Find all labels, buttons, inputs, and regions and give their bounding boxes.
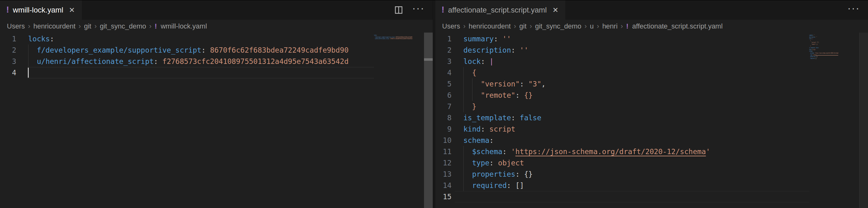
breadcrumb-separator: › [514,22,516,30]
code-line[interactable]: 3lock: | [435,56,809,67]
tab-affectionate-script[interactable]: ! affectionate_script.script.yaml ✕ [435,0,566,20]
editor-group-right: ! affectionate_script.script.yaml ✕ ··· … [435,0,868,208]
text-cursor [28,68,29,78]
yaml-file-icon: ! [626,22,628,30]
breadcrumb-separator: › [621,22,623,30]
breadcrumb-file[interactable]: wmill-lock.yaml [161,22,207,30]
vscode-editor-window: ! wmill-lock.yaml ✕ ··· Users›henricourd… [0,0,868,208]
minimap-left[interactable]: locks: f/developers_example/supportive_s… [374,34,424,208]
editor-group-sash[interactable] [433,0,435,208]
tab-label: wmill-lock.yaml [13,6,63,15]
breadcrumb-item[interactable]: git_sync_demo [100,22,146,30]
breadcrumb-item[interactable]: henricourdent [33,22,76,30]
tab-actions-left: ··· [395,0,433,20]
breadcrumb-separator: › [463,22,465,30]
breadcrumb-file[interactable]: affectionate_script.script.yaml [632,22,723,30]
close-tab-icon[interactable]: ✕ [553,6,558,14]
breadcrumb-item[interactable]: Users [7,22,25,30]
editor-left[interactable]: 1locks:2 f/developers_example/supportive… [0,32,433,208]
line-number: 12 [435,157,452,168]
tab-bar-right: ! affectionate_script.script.yaml ✕ ··· [435,0,868,20]
code-line[interactable]: 10schema: [435,135,809,146]
code-line[interactable]: 15 [435,191,809,202]
line-number: 7 [435,101,452,112]
yaml-file-icon: ! [155,22,157,30]
code-line[interactable]: 4 { [435,67,809,78]
code-line[interactable]: 6 "remote": {} [435,89,809,101]
breadcrumb-right[interactable]: Users›henricourdent›git›git_sync_demo›u›… [435,20,868,32]
code-line[interactable]: 2 f/developers_example/supportive_script… [0,45,374,56]
code-line[interactable]: 14 required: [] [435,180,809,191]
line-number: 4 [435,67,452,78]
line-number: 4 [0,67,16,78]
code-line[interactable]: 13 properties: {} [435,168,809,180]
code-line[interactable]: 4 [0,67,374,78]
code-area-left[interactable]: 1locks:2 f/developers_example/supportive… [0,33,374,78]
code-line[interactable]: 9kind: script [435,124,809,135]
breadcrumb-item[interactable]: git [84,22,91,30]
code-line[interactable]: 11 $schema: 'https://json-schema.org/dra… [435,146,809,157]
line-number: 2 [435,45,452,56]
code-line[interactable]: 8is_template: false [435,112,809,124]
yaml-file-icon: ! [441,6,444,14]
line-number: 8 [435,112,452,124]
scrollbar-slider[interactable] [859,32,868,208]
line-number: 2 [0,45,16,56]
line-number: 10 [435,135,452,146]
breadcrumb-separator: › [94,22,97,30]
vertical-scrollbar-left[interactable] [424,32,433,208]
split-editor-icon[interactable] [395,6,403,14]
breadcrumb-item[interactable]: Users [442,22,460,30]
breadcrumb-item[interactable]: git [519,22,527,30]
code-line[interactable]: 3 u/henri/affectionate_script: f2768573c… [0,56,374,67]
line-number: 6 [435,89,452,101]
minimap-right[interactable]: summary: '' description: '' lock: | { "v… [809,34,859,208]
code-line[interactable]: 7 } [435,101,809,112]
code-line[interactable]: 12 type: object [435,157,809,168]
breadcrumb-separator: › [149,22,151,30]
breadcrumb-item[interactable]: u [590,22,594,30]
code-line[interactable]: 1summary: '' [435,33,809,45]
line-number: 13 [435,168,452,180]
line-number: 3 [435,56,452,67]
scrollbar-cursor-decoration [424,58,433,61]
tab-wmill-lock[interactable]: ! wmill-lock.yaml ✕ [0,0,82,20]
line-number: 9 [435,124,452,135]
line-number: 15 [435,191,452,202]
breadcrumb-item[interactable]: git_sync_demo [535,22,581,30]
code-area-right[interactable]: 1summary: ''2description: ''3lock: |4 {5… [435,33,809,202]
editor-right[interactable]: 1summary: ''2description: ''3lock: |4 {5… [435,32,868,208]
breadcrumb-separator: › [530,22,532,30]
breadcrumb-left[interactable]: Users›henricourdent›git›git_sync_demo›!w… [0,20,433,32]
more-actions-icon[interactable]: ··· [412,6,425,10]
breadcrumb-item[interactable]: henri [602,22,618,30]
tab-bar-left: ! wmill-lock.yaml ✕ ··· [0,0,433,20]
breadcrumb-item[interactable]: henricourdent [469,22,511,30]
code-line[interactable]: 5 "version": "3", [435,78,809,89]
editor-group-left: ! wmill-lock.yaml ✕ ··· Users›henricourd… [0,0,433,208]
line-number: 3 [0,56,16,67]
line-number: 1 [435,33,452,45]
breadcrumb-separator: › [79,22,81,30]
line-number: 11 [435,146,452,157]
code-line[interactable]: 1locks: [0,33,374,45]
breadcrumb-separator: › [584,22,587,30]
line-number: 5 [435,78,452,89]
code-line[interactable]: 2description: '' [435,45,809,56]
tab-label: affectionate_script.script.yaml [448,6,547,15]
tab-actions-right: ··· [847,0,868,20]
breadcrumb-separator: › [28,22,30,30]
line-number: 1 [0,33,16,45]
close-tab-icon[interactable]: ✕ [69,6,75,14]
vertical-scrollbar-right[interactable] [859,32,868,208]
breadcrumb-separator: › [597,22,599,30]
more-actions-icon[interactable]: ··· [847,6,860,10]
yaml-file-icon: ! [6,6,9,14]
line-number: 14 [435,180,452,191]
